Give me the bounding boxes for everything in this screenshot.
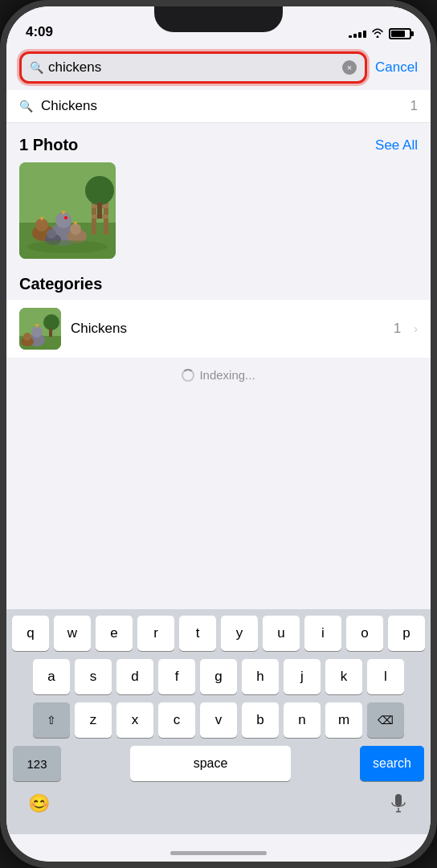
category-name: Chickens — [71, 321, 127, 336]
svg-point-20 — [27, 240, 108, 253]
svg-point-29 — [23, 333, 31, 341]
category-thumbnail — [19, 308, 61, 350]
key-b[interactable]: b — [242, 702, 279, 738]
search-icon: 🔍 — [30, 61, 43, 74]
photo-thumbnail[interactable] — [19, 162, 116, 259]
home-indicator — [170, 851, 267, 855]
key-r[interactable]: r — [137, 616, 174, 651]
svg-point-11 — [64, 216, 67, 219]
shift-key[interactable]: ⇧ — [33, 702, 70, 738]
key-x[interactable]: x — [116, 702, 153, 738]
svg-point-23 — [43, 314, 59, 330]
search-input[interactable]: chickens — [48, 59, 337, 76]
see-all-button[interactable]: See All — [375, 137, 418, 154]
key-z[interactable]: z — [75, 702, 112, 738]
suggestion-count: 1 — [410, 98, 418, 114]
key-q[interactable]: q — [12, 616, 49, 651]
emoji-key[interactable]: 😊 — [22, 786, 55, 821]
key-d[interactable]: d — [116, 659, 153, 694]
key-n[interactable]: n — [284, 702, 321, 738]
svg-point-16 — [70, 223, 81, 235]
chevron-right-icon: › — [414, 322, 418, 335]
svg-rect-30 — [395, 794, 402, 806]
key-v[interactable]: v — [200, 702, 237, 738]
key-y[interactable]: y — [221, 616, 258, 651]
mic-key[interactable] — [382, 786, 415, 821]
key-s[interactable]: s — [75, 659, 112, 694]
phone-screen: 4:09 — [6, 6, 431, 862]
categories-title: Categories — [6, 265, 431, 300]
svg-point-6 — [85, 176, 114, 205]
key-p[interactable]: p — [388, 616, 425, 651]
suggestion-row[interactable]: 🔍 Chickens 1 — [6, 90, 431, 123]
key-o[interactable]: o — [346, 616, 383, 651]
indexing-row: Indexing... — [6, 358, 431, 391]
key-i[interactable]: i — [304, 616, 341, 651]
photos-section-header: 1 Photo See All — [19, 136, 418, 154]
key-l[interactable]: l — [367, 659, 404, 694]
category-row[interactable]: Chickens 1 › — [6, 300, 431, 358]
key-a[interactable]: a — [33, 659, 70, 694]
search-key[interactable]: search — [360, 746, 424, 781]
key-e[interactable]: e — [96, 616, 133, 651]
key-k[interactable]: k — [325, 659, 362, 694]
svg-rect-24 — [49, 329, 52, 337]
key-u[interactable]: u — [263, 616, 300, 651]
photos-section: 1 Photo See All — [6, 123, 431, 265]
key-t[interactable]: t — [179, 616, 216, 651]
key-m[interactable]: m — [325, 702, 362, 738]
status-icons — [349, 27, 411, 40]
keyboard-row-1: q w e r t y u i o p — [10, 616, 427, 651]
search-bar-area: 🔍 chickens × Cancel — [6, 45, 431, 90]
signal-bars-icon — [349, 31, 366, 38]
indexing-text: Indexing... — [199, 368, 255, 382]
key-f[interactable]: f — [158, 659, 195, 694]
key-h[interactable]: h — [242, 659, 279, 694]
keyboard-utility-row: 😊 — [10, 784, 427, 823]
key-g[interactable]: g — [200, 659, 237, 694]
keyboard-row-3: ⇧ z x c v b n m ⌫ — [10, 702, 427, 738]
svg-point-26 — [31, 326, 43, 338]
keyboard-bottom-row: 123 space search — [10, 746, 427, 781]
keyboard-row-2: a s d f g h j k l — [10, 659, 427, 694]
photos-section-title: 1 Photo — [19, 136, 78, 154]
category-info: Chickens — [71, 321, 384, 337]
cancel-button[interactable]: Cancel — [375, 59, 418, 76]
phone-frame: 4:09 — [0, 0, 437, 868]
svg-point-19 — [47, 229, 56, 239]
delete-key[interactable]: ⌫ — [367, 702, 404, 738]
numbers-key[interactable]: 123 — [13, 746, 61, 781]
wifi-icon — [371, 27, 384, 40]
suggestion-text: Chickens — [41, 98, 402, 114]
clear-search-button[interactable]: × — [342, 60, 357, 75]
svg-rect-7 — [97, 203, 102, 219]
space-key[interactable]: space — [130, 746, 291, 781]
categories-section: Categories Chicke — [6, 265, 431, 391]
battery-icon — [389, 28, 411, 39]
key-c[interactable]: c — [158, 702, 195, 738]
key-j[interactable]: j — [284, 659, 321, 694]
suggestion-search-icon: 🔍 — [19, 100, 33, 113]
search-bar[interactable]: 🔍 chickens × — [19, 51, 367, 84]
category-count: 1 — [394, 321, 401, 337]
keyboard: q w e r t y u i o p a s d f g h j k — [6, 609, 431, 834]
notch — [154, 6, 283, 32]
indexing-spinner — [182, 369, 194, 382]
key-w[interactable]: w — [54, 616, 91, 651]
status-time: 4:09 — [26, 24, 53, 40]
